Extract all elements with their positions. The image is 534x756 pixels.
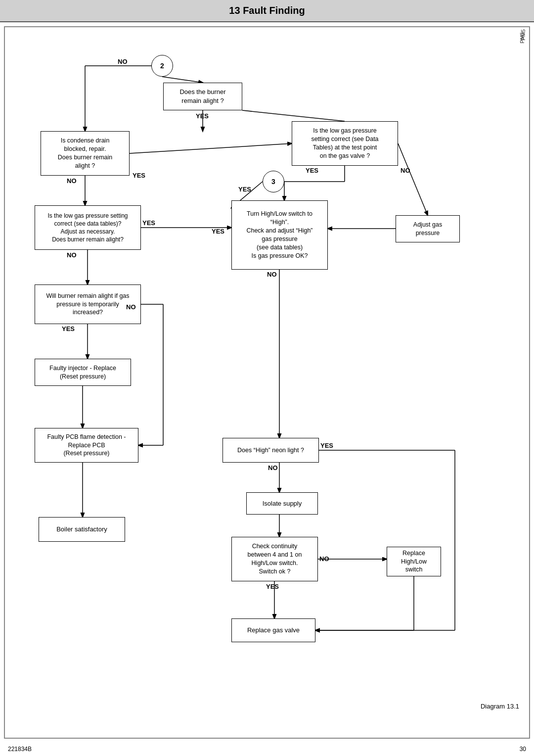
box-faulty-pcb: Faulty PCB flame detection - Replace PCB…	[35, 428, 138, 463]
box-condense: Is condense drain blocked, repair. Does …	[41, 131, 130, 176]
box-high-neon: Does “High” neon light ?	[222, 438, 319, 463]
no-lowgassetting-label: NO	[67, 251, 77, 259]
box-low-gas-q: Is the low gas pressure setting correct …	[292, 121, 398, 166]
box-replace-hl: Replace High/Low switch	[387, 547, 441, 576]
page-body: PM5	[4, 26, 530, 739]
no-burner-label: NO	[118, 58, 128, 65]
box-check-cont: Check continuity between 4 and 1 on High…	[231, 537, 318, 581]
yes-condense-label: YES	[133, 172, 145, 179]
box-turn-high: Turn High/Low switch to “High”. Check an…	[231, 200, 328, 270]
yes-lowgas-label: YES	[306, 167, 318, 174]
svg-line-0	[162, 77, 203, 83]
yes-highneon-label: YES	[320, 442, 333, 449]
diagram-label: Diagram 13.1	[481, 703, 519, 710]
circle-3: 3	[263, 171, 284, 192]
svg-line-8	[398, 143, 428, 215]
box-adjust-gas: Adjust gas pressure	[396, 215, 460, 242]
box-boiler-sat: Boiler satisfactory	[39, 517, 125, 542]
box-low-gas-setting: Is the low gas pressure setting correct …	[35, 205, 141, 250]
box-replace-gv: Replace gas valve	[231, 618, 315, 642]
svg-line-6	[130, 143, 292, 153]
yes-circle3-label: YES	[238, 186, 251, 193]
title: 13 Fault Finding	[229, 5, 305, 16]
circle-2: 2	[151, 55, 173, 77]
yes-willburner-label: YES	[62, 325, 75, 332]
page-footer: 221834B 30	[0, 743, 534, 756]
box-faulty-injector: Faulty injector - Replace (Reset pressur…	[35, 359, 131, 386]
page-header: 13 Fault Finding	[0, 0, 534, 22]
no-lowgas-label: NO	[400, 167, 410, 174]
no-willburner-label: NO	[126, 303, 136, 311]
flowchart: 2 Does the burner remain alight ? NO YES…	[10, 32, 524, 715]
yes-lowgassetting-label: YES	[142, 219, 155, 227]
no-turnhigh-label: NO	[267, 271, 277, 278]
yes-burner-label: YES	[196, 112, 209, 120]
no-checkcont-label: NO	[319, 555, 329, 563]
svg-line-7	[242, 110, 345, 121]
pm5-label: PM5	[519, 32, 525, 44]
yes-checkcont-label: YES	[266, 583, 279, 590]
box-isolate: Isolate supply	[246, 492, 318, 515]
footer-left: 221834B	[8, 746, 32, 753]
yes-turnhigh-left-label: YES	[212, 228, 224, 235]
footer-right: 30	[520, 746, 526, 753]
no-condense-label: NO	[67, 177, 77, 185]
no-highneon-label: NO	[268, 464, 278, 472]
box-will-burner: Will burner remain alight if gas pressur…	[35, 284, 141, 324]
box-burner: Does the burner remain alight ?	[163, 83, 242, 110]
